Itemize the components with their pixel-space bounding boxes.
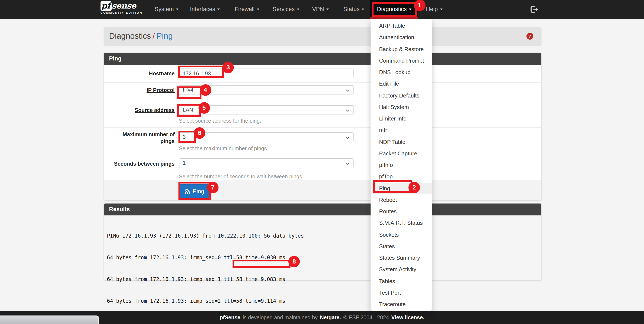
caret-down-icon	[409, 8, 412, 10]
browser-overlay-artifact	[0, 316, 99, 324]
rss-icon	[185, 189, 190, 194]
menu-item-reboot[interactable]: Reboot	[370, 194, 432, 206]
breadcrumb-section: Diagnostics	[109, 31, 151, 40]
ping-output-line: 64 bytes from 172.16.1.93: icmp_seq=0 tt…	[107, 254, 304, 261]
menu-item-authentication[interactable]: Authentication	[370, 32, 432, 43]
footer-copyright: © ESF 2004 - 2024	[343, 315, 389, 321]
menu-item-traceroute[interactable]: Traceroute	[370, 299, 432, 310]
ping-form-panel: Ping Hostname IP Protocol IPv4 Source ad…	[104, 53, 541, 200]
max-pings-select[interactable]: 3	[179, 132, 354, 142]
nav-item-vpn[interactable]: VPN	[307, 0, 334, 19]
chevron-down-icon	[346, 109, 350, 112]
results-panel: Results PING 172.16.1.93 (172.16.1.93) f…	[104, 203, 541, 280]
caret-down-icon	[176, 8, 178, 10]
nav-item-interfaces[interactable]: Interfaces	[184, 0, 226, 19]
footer-brand: pfSense	[220, 315, 240, 321]
seconds-between-pings-help: Select the number of seconds to wait bet…	[179, 174, 304, 180]
menu-item-smart-status[interactable]: S.M.A.R.T. Status	[370, 217, 432, 229]
ping-output-line: 64 bytes from 172.16.1.93: icmp_seq=1 tt…	[107, 276, 304, 283]
nav-item-diagnostics[interactable]: Diagnostics	[370, 0, 418, 19]
menu-item-halt-system[interactable]: Halt System	[370, 101, 432, 113]
max-pings-help: Select the maximum number of pings.	[179, 146, 268, 152]
footer-text: is developed and maintained by	[243, 315, 318, 321]
caret-down-icon	[440, 8, 442, 10]
nav-item-help[interactable]: Help	[420, 0, 448, 19]
footer-license-link[interactable]: View license.	[391, 315, 424, 321]
nav-item-system[interactable]: System	[149, 0, 184, 19]
menu-item-pfinfo[interactable]: pfInfo	[370, 159, 432, 171]
menu-item-states[interactable]: States	[370, 241, 432, 252]
nav-item-firewall[interactable]: Firewall	[229, 0, 265, 19]
menu-item-limiter-info[interactable]: Limiter Info	[370, 113, 432, 125]
source-address-help: Select source address for the ping.	[179, 118, 261, 124]
row-divider	[104, 156, 541, 156]
chevron-down-icon	[346, 162, 350, 165]
menu-item-routes[interactable]: Routes	[370, 206, 432, 217]
pfsense-app: pfsense COMMUNITY EDITION System Interfa…	[0, 0, 644, 324]
breadcrumb-bar: Diagnostics/Ping ?	[104, 27, 541, 45]
diagnostics-dropdown-menu: ARP Table Authentication Backup & Restor…	[370, 19, 432, 311]
source-address-label: Source address	[104, 107, 175, 114]
menu-item-tables[interactable]: Tables	[370, 275, 432, 287]
footer-netgate-link[interactable]: Netgate.	[320, 315, 341, 321]
nav-item-services[interactable]: Services	[267, 0, 305, 19]
caret-down-icon	[362, 8, 364, 10]
menu-item-mtr[interactable]: mtr	[370, 125, 432, 136]
sign-out-icon[interactable]	[530, 5, 538, 14]
row-divider	[104, 82, 541, 82]
chevron-down-icon	[346, 89, 350, 91]
seconds-between-pings-select[interactable]: 1	[179, 158, 354, 168]
row-divider	[104, 127, 541, 127]
menu-item-ndp-table[interactable]: NDP Table	[370, 136, 432, 148]
seconds-between-pings-label: Seconds between pings	[104, 161, 175, 167]
row-divider	[104, 101, 541, 101]
menu-item-backup-restore[interactable]: Backup & Restore	[370, 43, 432, 55]
page-help-icon[interactable]: ?	[526, 33, 533, 40]
menu-item-pftop[interactable]: pfTop	[370, 171, 432, 183]
caret-down-icon	[326, 8, 329, 10]
source-address-select[interactable]: LAN	[179, 105, 354, 115]
caret-down-icon	[256, 8, 259, 10]
menu-item-test-port[interactable]: Test Port	[370, 287, 432, 299]
ping-output: PING 172.16.1.93 (172.16.1.93) from 10.2…	[107, 218, 304, 324]
form-footer: Ping	[104, 179, 541, 200]
menu-item-edit-file[interactable]: Edit File	[370, 78, 432, 90]
caret-down-icon	[218, 8, 220, 10]
hostname-input[interactable]	[179, 68, 354, 78]
results-panel-title: Results	[104, 203, 541, 215]
logo-pf-mark: pf	[100, 1, 112, 11]
breadcrumb-page-link[interactable]: Ping	[156, 31, 173, 40]
nav-item-status[interactable]: Status	[338, 0, 370, 19]
hostname-label: Hostname	[104, 70, 175, 77]
menu-item-packet-capture[interactable]: Packet Capture	[370, 148, 432, 159]
ping-output-line: 64 bytes from 172.16.1.93: icmp_seq=2 tt…	[107, 297, 304, 305]
ip-protocol-select[interactable]: IPv4	[179, 85, 354, 95]
menu-item-dns-lookup[interactable]: DNS Lookup	[370, 66, 432, 78]
top-navbar: pfsense COMMUNITY EDITION System Interfa…	[0, 0, 644, 19]
menu-item-states-summary[interactable]: States Summary	[370, 252, 432, 264]
pfsense-logo-text: pfsense	[100, 1, 142, 11]
ping-submit-button[interactable]: Ping	[179, 184, 210, 198]
menu-item-sockets[interactable]: Sockets	[370, 229, 432, 241]
menu-item-arp-table[interactable]: ARP Table	[370, 20, 432, 32]
menu-item-ping[interactable]: Ping	[370, 182, 432, 194]
max-pings-label: Maximum number of pings	[119, 131, 175, 145]
caret-down-icon	[297, 8, 300, 10]
menu-item-command-prompt[interactable]: Command Prompt	[370, 55, 432, 67]
breadcrumb: Diagnostics/Ping	[109, 27, 173, 45]
ping-output-line: PING 172.16.1.93 (172.16.1.93) from 10.2…	[107, 232, 304, 240]
logo-edition-label: COMMUNITY EDITION	[100, 11, 142, 14]
chevron-down-icon	[346, 136, 350, 139]
breadcrumb-divider: /	[151, 31, 156, 40]
ping-panel-title: Ping	[104, 53, 541, 65]
pfsense-logo[interactable]: pfsense COMMUNITY EDITION	[100, 1, 142, 14]
menu-item-system-activity[interactable]: System Activity	[370, 264, 432, 276]
menu-item-factory-defaults[interactable]: Factory Defaults	[370, 90, 432, 101]
ip-protocol-label: IP Protocol	[104, 87, 175, 94]
